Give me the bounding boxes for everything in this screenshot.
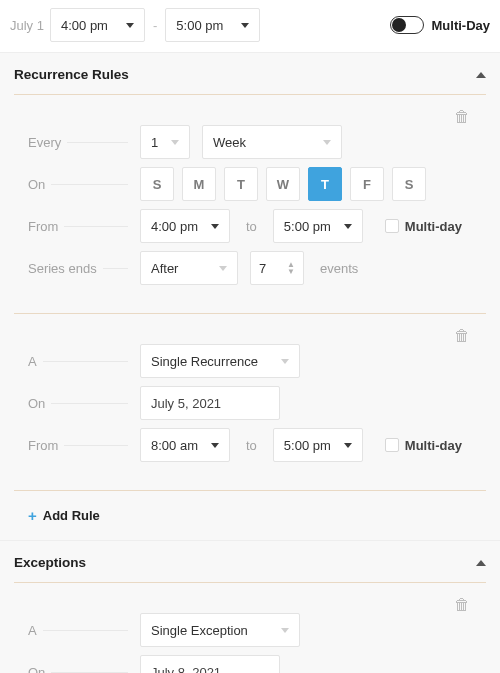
- caret-down-icon: [171, 140, 179, 145]
- day-wed[interactable]: W: [266, 167, 300, 201]
- to-label: to: [242, 219, 261, 234]
- caret-down-icon: [344, 224, 352, 229]
- start-time-value: 4:00 pm: [61, 18, 108, 33]
- rule-from-time-select[interactable]: 8:00 am: [140, 428, 230, 462]
- rule-from-time-value: 4:00 pm: [151, 219, 198, 234]
- day-fri[interactable]: F: [350, 167, 384, 201]
- on-label: On: [28, 396, 45, 411]
- day-thu[interactable]: T: [308, 167, 342, 201]
- recurrence-section: Recurrence Rules 🗑 Every 1 Week On: [0, 52, 500, 540]
- label-line: [51, 672, 128, 673]
- rule-multi-day-checkbox-wrap[interactable]: Multi-day: [385, 219, 462, 234]
- exception-date-input[interactable]: July 8, 2021: [140, 655, 280, 673]
- label-line: [64, 445, 128, 446]
- multi-day-toggle-wrap: Multi-Day: [390, 16, 491, 34]
- rule-to-time-select[interactable]: 5:00 pm: [273, 209, 363, 243]
- caret-down-icon: [211, 224, 219, 229]
- label-line: [43, 361, 128, 362]
- add-rule-label: Add Rule: [43, 508, 100, 523]
- from-label: From: [28, 219, 58, 234]
- series-ends-label: Series ends: [28, 261, 97, 276]
- every-count-select[interactable]: 1: [140, 125, 190, 159]
- label-line: [103, 268, 128, 269]
- checkbox-icon: [385, 438, 399, 452]
- series-ends-count-stepper[interactable]: 7 ▲▼: [250, 251, 304, 285]
- rule-to-time-select[interactable]: 5:00 pm: [273, 428, 363, 462]
- chevron-up-icon: [476, 560, 486, 566]
- exception-date-value: July 8, 2021: [151, 665, 221, 674]
- add-rule-bar: + Add Rule: [14, 490, 486, 540]
- end-time-value: 5:00 pm: [176, 18, 223, 33]
- chevron-up-icon: [476, 72, 486, 78]
- trash-icon[interactable]: 🗑: [454, 597, 470, 613]
- time-range-dash: -: [151, 18, 159, 33]
- toggle-knob: [392, 18, 406, 32]
- rule-date-input[interactable]: July 5, 2021: [140, 386, 280, 420]
- recurrence-header[interactable]: Recurrence Rules: [14, 67, 486, 82]
- exceptions-header[interactable]: Exceptions: [14, 555, 486, 570]
- caret-down-icon: [281, 359, 289, 364]
- day-tue[interactable]: T: [224, 167, 258, 201]
- label-line: [51, 403, 128, 404]
- a-label: A: [28, 623, 37, 638]
- end-time-select[interactable]: 5:00 pm: [165, 8, 260, 42]
- caret-down-icon: [126, 23, 134, 28]
- from-label: From: [28, 438, 58, 453]
- exception-type-value: Single Exception: [151, 623, 248, 638]
- stepper-arrows-icon: ▲▼: [287, 261, 295, 275]
- caret-down-icon: [241, 23, 249, 28]
- start-time-select[interactable]: 4:00 pm: [50, 8, 145, 42]
- exception-rule-block: 🗑 A Single Exception On July 8, 2021: [14, 583, 486, 673]
- series-ends-mode-select[interactable]: After: [140, 251, 238, 285]
- checkbox-icon: [385, 219, 399, 233]
- label-line: [67, 142, 128, 143]
- exceptions-title: Exceptions: [14, 555, 86, 570]
- day-sat[interactable]: S: [392, 167, 426, 201]
- day-sun[interactable]: S: [140, 167, 174, 201]
- on-label: On: [28, 665, 45, 674]
- trash-icon[interactable]: 🗑: [454, 109, 470, 125]
- plus-icon: +: [28, 507, 37, 524]
- rule-to-time-value: 5:00 pm: [284, 219, 331, 234]
- caret-down-icon: [344, 443, 352, 448]
- rule-from-time-select[interactable]: 4:00 pm: [140, 209, 230, 243]
- series-ends-count-value: 7: [259, 261, 266, 276]
- recurrence-rule-block: 🗑 Every 1 Week On S M T: [14, 95, 486, 313]
- rule-type-select[interactable]: Single Recurrence: [140, 344, 300, 378]
- trash-icon[interactable]: 🗑: [454, 328, 470, 344]
- multi-day-label: Multi-Day: [432, 18, 491, 33]
- recurrence-rule-block: 🗑 A Single Recurrence On July 5, 2021 Fr…: [14, 313, 486, 490]
- add-rule-button[interactable]: + Add Rule: [28, 507, 472, 524]
- weekday-picker: S M T W T F S: [140, 167, 426, 201]
- recurrence-title: Recurrence Rules: [14, 67, 129, 82]
- rule-multi-day-label: Multi-day: [405, 438, 462, 453]
- a-label: A: [28, 354, 37, 369]
- series-ends-unit: events: [316, 261, 362, 276]
- label-line: [51, 184, 128, 185]
- label-line: [43, 630, 128, 631]
- rule-to-time-value: 5:00 pm: [284, 438, 331, 453]
- to-label: to: [242, 438, 261, 453]
- on-label: On: [28, 177, 45, 192]
- every-unit-value: Week: [213, 135, 246, 150]
- every-unit-select[interactable]: Week: [202, 125, 342, 159]
- every-label: Every: [28, 135, 61, 150]
- day-mon[interactable]: M: [182, 167, 216, 201]
- caret-down-icon: [281, 628, 289, 633]
- rule-type-value: Single Recurrence: [151, 354, 258, 369]
- label-line: [64, 226, 128, 227]
- rule-from-time-value: 8:00 am: [151, 438, 198, 453]
- event-time-row: July 1 4:00 pm - 5:00 pm Multi-Day: [0, 0, 500, 52]
- rule-multi-day-label: Multi-day: [405, 219, 462, 234]
- caret-down-icon: [323, 140, 331, 145]
- exceptions-section: Exceptions 🗑 A Single Exception On July …: [0, 540, 500, 673]
- caret-down-icon: [211, 443, 219, 448]
- exception-type-select[interactable]: Single Exception: [140, 613, 300, 647]
- every-count-value: 1: [151, 135, 158, 150]
- multi-day-toggle[interactable]: [390, 16, 424, 34]
- rule-date-value: July 5, 2021: [151, 396, 221, 411]
- rule-multi-day-checkbox-wrap[interactable]: Multi-day: [385, 438, 462, 453]
- series-ends-mode-value: After: [151, 261, 178, 276]
- caret-down-icon: [219, 266, 227, 271]
- event-date-label: July 1: [10, 18, 44, 33]
